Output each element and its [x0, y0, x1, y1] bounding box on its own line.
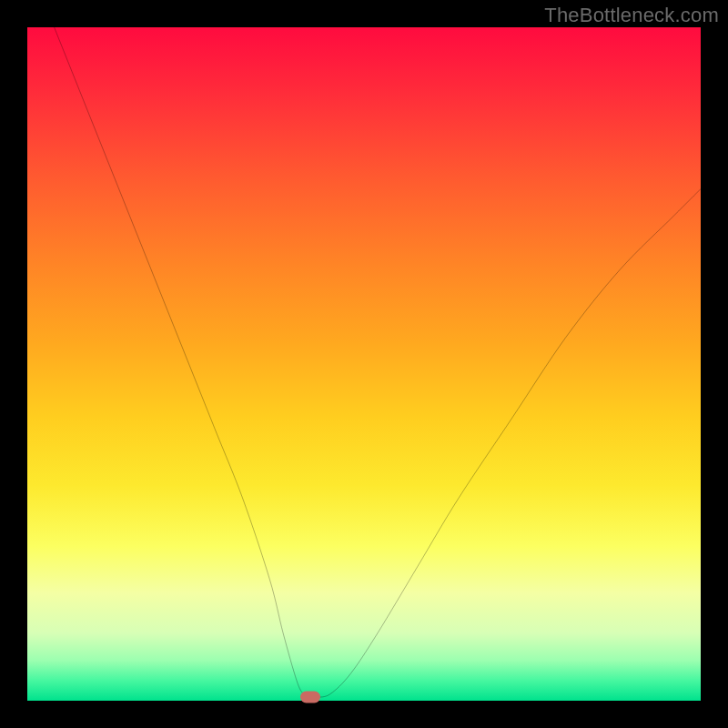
bottleneck-curve [27, 27, 701, 701]
watermark-text: TheBottleneck.com [544, 4, 719, 27]
chart-frame: TheBottleneck.com [0, 0, 728, 728]
curve-path [55, 27, 701, 698]
optimum-marker [300, 692, 320, 703]
plot-area [27, 27, 701, 701]
